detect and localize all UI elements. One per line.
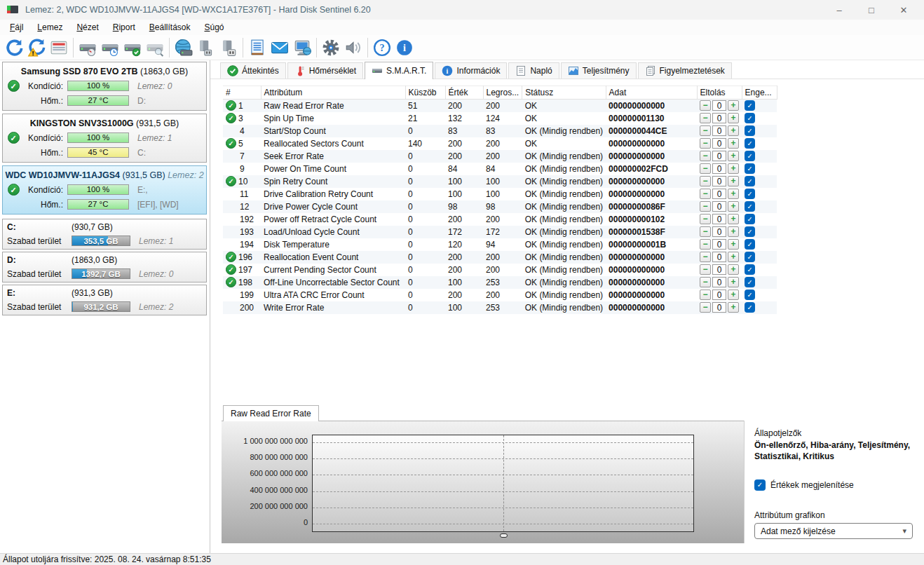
enabled-checkbox[interactable]: ✓ xyxy=(745,226,755,237)
disk-power-button[interactable] xyxy=(217,37,240,58)
partition-card-d[interactable]: D: (1863,0 GB) Szabad terület 1392,7 GB … xyxy=(2,252,207,282)
maximize-button[interactable]: □ xyxy=(855,0,888,20)
offset-decrease-button[interactable]: − xyxy=(700,100,711,111)
table-row[interactable]: ✓5Reallocated Sectors Count140200200OK00… xyxy=(223,137,777,150)
sound-speaker-button[interactable] xyxy=(342,37,365,58)
table-row[interactable]: 194Disk Temperature012094OK (Mindig rend… xyxy=(223,238,777,251)
help-button[interactable]: ? xyxy=(371,37,393,58)
disk-card-samsung[interactable]: Samsung SSD 870 EVO 2TB (1863,0 GB) ✓ Ko… xyxy=(2,62,207,111)
offset-decrease-button[interactable]: − xyxy=(700,290,711,300)
offset-value[interactable]: 0 xyxy=(712,264,726,275)
tab-teljesítmény[interactable]: Teljesítmény xyxy=(561,62,637,79)
table-row[interactable]: 12Drive Power Cycle Count09898OK (Mindig… xyxy=(223,200,777,213)
tab-hőmérséklet[interactable]: Hőmérséklet xyxy=(287,62,363,79)
disk-properties-button[interactable] xyxy=(48,37,70,58)
table-row[interactable]: 200Write Error Rate0100253OK (Mindig ren… xyxy=(223,301,777,314)
offset-decrease-button[interactable]: − xyxy=(700,113,711,123)
table-row[interactable]: 192Power off Retract Cycle Count0200200O… xyxy=(223,213,777,226)
offset-decrease-button[interactable]: − xyxy=(700,302,711,313)
offset-increase-button[interactable]: + xyxy=(728,252,739,262)
partition-card-e[interactable]: E: (931,3 GB) Szabad terület 931,2 GB Le… xyxy=(2,285,207,315)
table-row[interactable]: ✓1Raw Read Error Rate51200200OK000000000… xyxy=(223,100,777,112)
offset-value[interactable]: 0 xyxy=(712,290,726,300)
remote-monitor-button[interactable] xyxy=(291,37,313,58)
tab-napló[interactable]: Napló xyxy=(508,62,559,79)
offset-value[interactable]: 0 xyxy=(712,176,726,186)
offset-decrease-button[interactable]: − xyxy=(700,189,711,199)
column-header[interactable]: Eltolás xyxy=(697,86,742,100)
offset-increase-button[interactable]: + xyxy=(728,302,739,313)
disk-usb-button[interactable] xyxy=(195,37,217,58)
offset-increase-button[interactable]: + xyxy=(728,138,739,149)
table-row[interactable]: 7Seek Error Rate0200200OK (Mindig rendbe… xyxy=(223,150,777,163)
offset-value[interactable]: 0 xyxy=(712,113,726,123)
tab-s-m-a-r-t-[interactable]: S.M.A.R.T. xyxy=(365,62,433,79)
enabled-checkbox[interactable]: ✓ xyxy=(745,163,755,174)
disk-card-wdc-selected[interactable]: WDC WD10JMVW-11AJGS4 (931,5 GB) Lemez: 2… xyxy=(2,165,207,215)
offset-value[interactable]: 0 xyxy=(712,214,726,224)
offset-increase-button[interactable]: + xyxy=(728,277,739,287)
offset-increase-button[interactable]: + xyxy=(728,239,739,250)
offset-value[interactable]: 0 xyxy=(712,201,726,212)
offset-decrease-button[interactable]: − xyxy=(700,201,711,212)
offset-value[interactable]: 0 xyxy=(712,151,726,161)
tab-figyelmeztetések[interactable]: Figyelmeztetések xyxy=(638,62,732,79)
about-info-button[interactable]: i xyxy=(393,37,416,58)
disk-gauge-button[interactable] xyxy=(76,37,99,58)
chart-cursor-handle[interactable] xyxy=(500,533,508,538)
offset-increase-button[interactable]: + xyxy=(728,125,739,136)
settings-gear-button[interactable] xyxy=(320,37,342,58)
enabled-checkbox[interactable]: ✓ xyxy=(745,239,755,250)
enabled-checkbox[interactable]: ✓ xyxy=(745,151,755,161)
partition-card-c[interactable]: C: (930,7 GB) Szabad terület 353,5 GB Le… xyxy=(2,219,207,250)
minimize-button[interactable]: – xyxy=(823,0,855,20)
offset-increase-button[interactable]: + xyxy=(728,113,739,123)
table-row[interactable]: ✓198Off-Line Uncorrectable Sector Count0… xyxy=(223,276,777,289)
table-row[interactable]: 193Load/Unload Cycle Count0172172OK (Min… xyxy=(223,226,777,238)
table-row[interactable]: ✓10Spin Retry Count0100100OK (Mindig ren… xyxy=(223,175,777,188)
offset-value[interactable]: 0 xyxy=(712,252,726,262)
tab-információk[interactable]: iInformációk xyxy=(435,62,507,79)
offset-value[interactable]: 0 xyxy=(712,302,726,313)
offset-increase-button[interactable]: + xyxy=(728,163,739,174)
enabled-checkbox[interactable]: ✓ xyxy=(745,214,755,224)
column-header[interactable]: Attribútum xyxy=(261,86,405,100)
disk-test-button[interactable] xyxy=(121,37,144,58)
menu-riport[interactable]: Riport xyxy=(106,20,142,35)
disk-card-kingston[interactable]: KINGSTON SNV3S1000G (931,5 GB) ✓ Kondíci… xyxy=(2,114,207,163)
close-button[interactable]: ✕ xyxy=(888,0,920,20)
enabled-checkbox[interactable]: ✓ xyxy=(745,125,755,136)
table-header-row[interactable]: #AttribútumKüszöbÉrtékLegros...StátuszAd… xyxy=(223,86,777,100)
offset-decrease-button[interactable]: − xyxy=(700,239,711,250)
refresh-button[interactable] xyxy=(3,37,25,58)
offset-value[interactable]: 0 xyxy=(712,226,726,237)
enabled-checkbox[interactable]: ✓ xyxy=(745,138,755,149)
offset-increase-button[interactable]: + xyxy=(728,214,739,224)
menu-súgó[interactable]: Súgó xyxy=(197,20,231,35)
enabled-checkbox[interactable]: ✓ xyxy=(745,176,755,186)
offset-increase-button[interactable]: + xyxy=(728,201,739,212)
chart-tab[interactable]: Raw Read Error Rate xyxy=(223,405,319,421)
column-header[interactable]: Státusz xyxy=(522,86,606,100)
offset-decrease-button[interactable]: − xyxy=(700,163,711,174)
table-row[interactable]: 9Power On Time Count08484OK (Mindig rend… xyxy=(223,163,777,175)
offset-increase-button[interactable]: + xyxy=(728,290,739,300)
enabled-checkbox[interactable]: ✓ xyxy=(745,302,755,313)
table-row[interactable]: ✓3Spin Up Time21132124OK000000001130−0+✓ xyxy=(223,112,777,125)
disk-search-button[interactable] xyxy=(144,37,166,58)
disk-clock-button[interactable] xyxy=(99,37,121,58)
menu-beállítások[interactable]: Beállítások xyxy=(142,20,198,35)
offset-increase-button[interactable]: + xyxy=(728,151,739,161)
offset-decrease-button[interactable]: − xyxy=(700,176,711,186)
offset-decrease-button[interactable]: − xyxy=(700,151,711,161)
offset-decrease-button[interactable]: − xyxy=(700,277,711,287)
tab-áttekintés[interactable]: Áttekintés xyxy=(220,62,286,79)
enabled-checkbox[interactable]: ✓ xyxy=(745,264,755,275)
offset-decrease-button[interactable]: − xyxy=(700,226,711,237)
offset-decrease-button[interactable]: − xyxy=(700,214,711,224)
show-values-checkbox[interactable]: ✓ xyxy=(754,479,766,491)
offset-value[interactable]: 0 xyxy=(712,189,726,199)
offset-increase-button[interactable]: + xyxy=(728,264,739,275)
column-header[interactable]: # xyxy=(223,86,261,100)
refresh-alert-button[interactable] xyxy=(25,37,48,58)
